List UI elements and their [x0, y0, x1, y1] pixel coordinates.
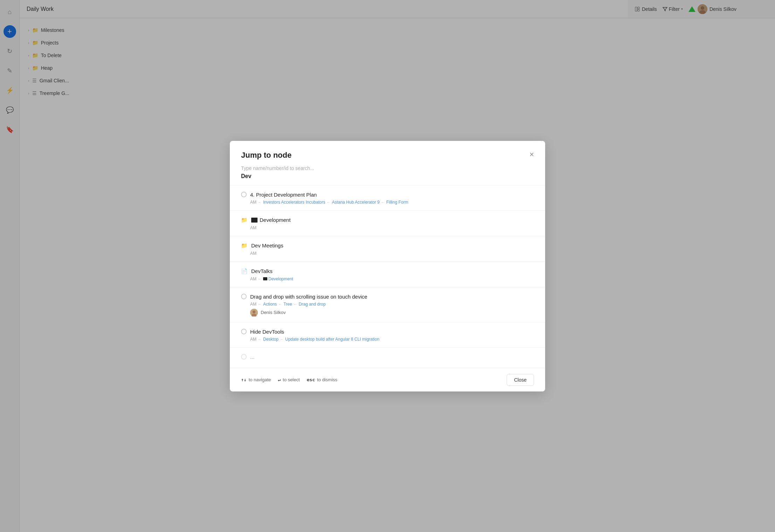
shortcut-key-select: ↵	[278, 377, 281, 382]
modal-shortcuts: ↑↓ to navigate ↵ to select esc to dismis…	[241, 377, 337, 382]
breadcrumb-am: AM	[250, 337, 256, 342]
breadcrumb-link[interactable]: Astana Hub Accelerator 9	[332, 200, 379, 205]
breadcrumb-am: AM	[250, 200, 256, 205]
breadcrumb-arrow: ←	[294, 302, 297, 306]
breadcrumb-drag[interactable]: Drag and drop	[299, 302, 326, 307]
modal-overlay[interactable]: Jump to node × Type name/number/id to se…	[0, 0, 775, 532]
breadcrumb-arrow: ←	[258, 200, 262, 204]
result-item-partial[interactable]: ...	[230, 348, 545, 368]
result-breadcrumb-1: AM ← Investors Accelerators Incubators ←…	[241, 200, 534, 205]
dev-block-icon	[251, 218, 258, 223]
folder-icon: 📁	[241, 243, 248, 249]
result-item-2[interactable]: 📁 Development AM	[230, 211, 545, 236]
result-title-1: 4. Project Development Plan	[250, 192, 317, 198]
breadcrumb-arrow: ←	[258, 277, 262, 281]
shortcut-desc-nav: to navigate	[249, 377, 271, 382]
modal-search-hint: Type name/number/id to search...	[230, 165, 545, 173]
breadcrumb-actions[interactable]: Actions	[263, 302, 277, 307]
modal-search-input[interactable]: Dev	[230, 173, 545, 185]
result-header-1: 4. Project Development Plan	[241, 192, 534, 198]
breadcrumb-arrow: ←	[258, 302, 262, 306]
modal-footer: ↑↓ to navigate ↵ to select esc to dismis…	[230, 368, 545, 391]
breadcrumb-am: AM	[250, 251, 256, 256]
breadcrumb-am: AM	[250, 302, 256, 307]
breadcrumb-arrow: ←	[381, 200, 385, 204]
breadcrumb-arrow: ←	[280, 337, 284, 341]
shortcut-select: ↵ to select	[278, 377, 300, 382]
modal-close-button[interactable]: ×	[529, 151, 534, 158]
svg-point-7	[253, 311, 255, 313]
result-title-6: Hide DevTools	[250, 329, 284, 335]
result-item-3[interactable]: 📁 Dev Meetings AM	[230, 236, 545, 262]
doc-icon: 📄	[241, 268, 248, 274]
result-circle-icon	[241, 192, 247, 197]
shortcut-desc-dismiss: to dismiss	[317, 377, 337, 382]
breadcrumb-link[interactable]: Filling Form	[386, 200, 409, 205]
modal-results: 4. Project Development Plan AM ← Investo…	[230, 185, 545, 368]
user-avatar-small	[250, 309, 258, 316]
breadcrumb-tree[interactable]: Tree	[283, 302, 292, 307]
breadcrumb-am: AM	[250, 225, 256, 230]
result-breadcrumb-2: AM	[241, 225, 534, 230]
result-item-6[interactable]: Hide DevTools AM ← Desktop ← Update desk…	[230, 322, 545, 348]
result-circle-icon	[241, 354, 247, 360]
result-breadcrumb-5: AM ← Actions ← Tree ← Drag and drop	[241, 302, 534, 307]
breadcrumb-arrow: ←	[278, 302, 282, 306]
modal-footer-close-button[interactable]: Close	[507, 374, 534, 386]
modal-header: Jump to node ×	[230, 141, 545, 165]
breadcrumb-desktop[interactable]: Desktop	[263, 337, 279, 342]
breadcrumb-link-dev[interactable]: Development	[268, 277, 293, 281]
result-item-4[interactable]: 📄 DevTalks AM ← Development	[230, 262, 545, 287]
result-breadcrumb-6: AM ← Desktop ← Update desktop build afte…	[241, 337, 534, 342]
shortcut-key-nav: ↑↓	[241, 377, 247, 382]
result-circle-icon	[241, 294, 247, 299]
result-header-5: Drag and drop with scrolling issue on to…	[241, 294, 534, 300]
breadcrumb-am: AM	[250, 277, 256, 281]
modal-title: Jump to node	[241, 151, 292, 160]
result-title-partial: ...	[250, 354, 255, 360]
folder-icon: 📁	[241, 217, 248, 223]
result-title-2: Development	[260, 217, 290, 223]
result-title-5: Drag and drop with scrolling issue on to…	[250, 294, 367, 300]
result-title-4: DevTalks	[251, 268, 273, 274]
result-circle-icon	[241, 329, 247, 334]
result-breadcrumb-4: AM ← Development	[241, 277, 534, 281]
result-title-3: Dev Meetings	[251, 243, 283, 248]
result-breadcrumb-3: AM	[241, 251, 534, 256]
result-item-5[interactable]: Drag and drop with scrolling issue on to…	[230, 287, 545, 322]
shortcut-desc-select: to select	[283, 377, 300, 382]
shortcut-navigate: ↑↓ to navigate	[241, 377, 271, 382]
result-header-6: Hide DevTools	[241, 329, 534, 335]
avatar-svg	[250, 309, 258, 316]
result-header-4: 📄 DevTalks	[241, 268, 534, 274]
result-header-3: 📁 Dev Meetings	[241, 243, 534, 249]
breadcrumb-arrow: ←	[327, 200, 330, 204]
result-user-5: Denis Silkov	[241, 309, 534, 316]
dev-inline-icon	[263, 277, 267, 280]
jump-to-node-modal: Jump to node × Type name/number/id to se…	[230, 141, 545, 391]
shortcut-key-esc: esc	[307, 377, 315, 382]
breadcrumb-update[interactable]: Update desktop build after Angular 8 CLI…	[285, 337, 379, 342]
breadcrumb-arrow: ←	[258, 337, 262, 341]
result-item-1[interactable]: 4. Project Development Plan AM ← Investo…	[230, 185, 545, 211]
result-header-2: 📁 Development	[241, 217, 534, 223]
breadcrumb-link[interactable]: Investors Accelerators Incubators	[263, 200, 325, 205]
result-header-partial: ...	[241, 354, 534, 360]
shortcut-dismiss: esc to dismiss	[307, 377, 337, 382]
result-user-name: Denis Silkov	[261, 310, 286, 315]
